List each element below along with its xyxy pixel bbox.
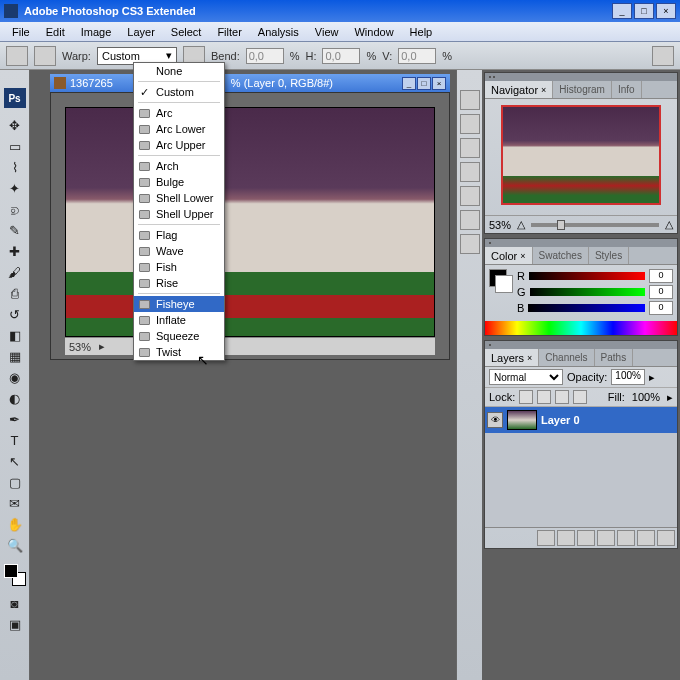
brush-tool[interactable]: 🖌 (4, 262, 26, 282)
warp-arc[interactable]: Arc (134, 105, 224, 121)
notes-tool[interactable]: ✉ (4, 493, 26, 513)
mask-icon[interactable] (577, 530, 595, 546)
transform-icon[interactable] (6, 46, 28, 66)
blend-mode-select[interactable]: Normal (489, 369, 563, 385)
navigator-zoom[interactable]: 53% (489, 219, 511, 231)
trash-icon[interactable] (657, 530, 675, 546)
color-swatch-pair[interactable] (489, 269, 513, 301)
menu-select[interactable]: Select (163, 24, 210, 40)
tab-styles[interactable]: Styles (589, 247, 629, 264)
tab-color[interactable]: Color× (485, 247, 533, 264)
warp-fish[interactable]: Fish (134, 259, 224, 275)
dock-btn-6[interactable] (460, 210, 480, 230)
doc-close-button[interactable]: × (432, 77, 446, 90)
panel-drag[interactable] (485, 341, 677, 349)
heal-tool[interactable]: ✚ (4, 241, 26, 261)
pen-tool[interactable]: ✒ (4, 409, 26, 429)
r-slider[interactable] (529, 272, 645, 280)
zoom-in-icon[interactable]: △ (665, 218, 673, 231)
tab-layers[interactable]: Layers× (485, 349, 539, 366)
fx-icon[interactable] (557, 530, 575, 546)
warp-rise[interactable]: Rise (134, 275, 224, 291)
move-tool[interactable]: ✥ (4, 115, 26, 135)
doc-minimize-button[interactable]: _ (402, 77, 416, 90)
warp-shell-lower[interactable]: Shell Lower (134, 190, 224, 206)
zoom-slider[interactable] (531, 223, 659, 227)
dock-btn-2[interactable] (460, 114, 480, 134)
shape-tool[interactable]: ▢ (4, 472, 26, 492)
warp-arch[interactable]: Arch (134, 158, 224, 174)
screenmode-tool[interactable]: ▣ (4, 614, 26, 634)
dock-btn-7[interactable] (460, 234, 480, 254)
dock-btn-1[interactable] (460, 90, 480, 110)
h-field[interactable]: 0,0 (322, 48, 360, 64)
blur-tool[interactable]: ◉ (4, 367, 26, 387)
minimize-button[interactable]: _ (612, 3, 632, 19)
path-tool[interactable]: ↖ (4, 451, 26, 471)
marquee-tool[interactable]: ▭ (4, 136, 26, 156)
foreground-swatch[interactable] (4, 564, 18, 578)
menu-view[interactable]: View (307, 24, 347, 40)
doc-maximize-button[interactable]: □ (417, 77, 431, 90)
tab-info[interactable]: Info (612, 81, 642, 98)
warp-wave[interactable]: Wave (134, 243, 224, 259)
adjustment-icon[interactable] (597, 530, 615, 546)
tab-histogram[interactable]: Histogram (553, 81, 612, 98)
zoom-tool[interactable]: 🔍 (4, 535, 26, 555)
warp-none[interactable]: None (134, 63, 224, 79)
maximize-button[interactable]: □ (634, 3, 654, 19)
tab-swatches[interactable]: Swatches (533, 247, 589, 264)
workspace-icon[interactable] (652, 46, 674, 66)
warp-flag[interactable]: Flag (134, 227, 224, 243)
menu-filter[interactable]: Filter (209, 24, 249, 40)
panel-drag[interactable] (485, 73, 677, 81)
bend-field[interactable]: 0,0 (246, 48, 284, 64)
close-button[interactable]: × (656, 3, 676, 19)
chevron-icon[interactable]: ▸ (649, 371, 655, 384)
warp-shell-upper[interactable]: Shell Upper (134, 206, 224, 222)
tab-channels[interactable]: Channels (539, 349, 594, 366)
lasso-tool[interactable]: ⌇ (4, 157, 26, 177)
menu-analysis[interactable]: Analysis (250, 24, 307, 40)
menu-edit[interactable]: Edit (38, 24, 73, 40)
warp-bulge[interactable]: Bulge (134, 174, 224, 190)
chevron-icon[interactable]: ▸ (667, 391, 673, 404)
b-slider[interactable] (528, 304, 645, 312)
warp-squeeze[interactable]: Squeeze (134, 328, 224, 344)
color-swatches[interactable] (4, 564, 26, 586)
menu-image[interactable]: Image (73, 24, 120, 40)
history-tool[interactable]: ↺ (4, 304, 26, 324)
document-titlebar[interactable]: 1367265 % (Layer 0, RGB/8#) _ □ × (50, 74, 450, 92)
wand-tool[interactable]: ✦ (4, 178, 26, 198)
visibility-icon[interactable]: 👁 (487, 412, 503, 428)
gradient-tool[interactable]: ▦ (4, 346, 26, 366)
warp-custom[interactable]: ✓Custom (134, 84, 224, 100)
lock-transparent-icon[interactable] (519, 390, 533, 404)
doc-info[interactable]: ▸ (99, 340, 105, 353)
lock-all-icon[interactable] (573, 390, 587, 404)
type-tool[interactable]: T (4, 430, 26, 450)
quickmask-tool[interactable]: ◙ (4, 593, 26, 613)
dock-btn-5[interactable] (460, 186, 480, 206)
panel-drag[interactable] (485, 239, 677, 247)
menu-window[interactable]: Window (346, 24, 401, 40)
opacity-field[interactable]: 100% (611, 369, 645, 385)
new-layer-icon[interactable] (637, 530, 655, 546)
zoom-out-icon[interactable]: △ (517, 218, 525, 231)
navigator-thumbnail[interactable] (501, 105, 661, 205)
warp-arc-lower[interactable]: Arc Lower (134, 121, 224, 137)
warp-fisheye[interactable]: Fisheye (134, 296, 224, 312)
menu-help[interactable]: Help (402, 24, 441, 40)
v-field[interactable]: 0,0 (398, 48, 436, 64)
b-value[interactable]: 0 (649, 301, 673, 315)
grid-icon[interactable] (34, 46, 56, 66)
fill-field[interactable]: 100% (629, 391, 663, 403)
document-image[interactable] (65, 107, 435, 337)
g-slider[interactable] (530, 288, 645, 296)
dock-btn-4[interactable] (460, 162, 480, 182)
eyedropper-tool[interactable]: ✎ (4, 220, 26, 240)
tab-paths[interactable]: Paths (595, 349, 634, 366)
stamp-tool[interactable]: ⎙ (4, 283, 26, 303)
eraser-tool[interactable]: ◧ (4, 325, 26, 345)
doc-zoom[interactable]: 53% (69, 341, 91, 353)
